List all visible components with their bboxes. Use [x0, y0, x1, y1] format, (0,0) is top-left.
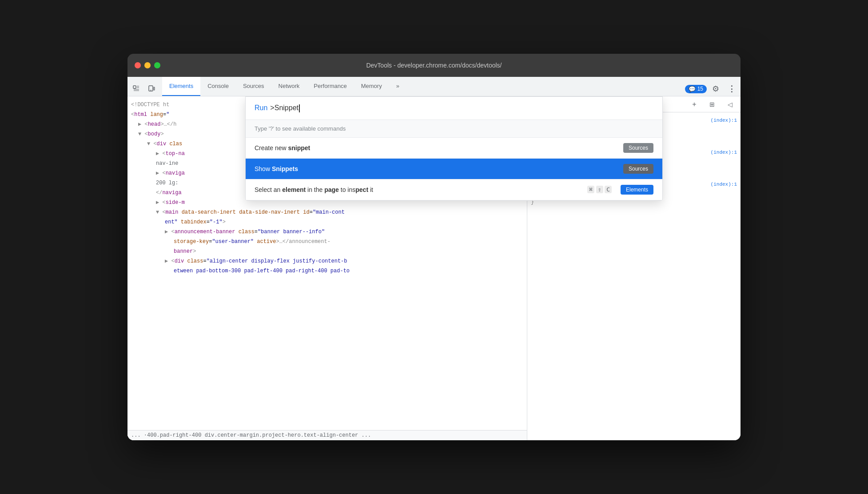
command-item-label: Show Snippets — [255, 165, 298, 172]
title-bar: DevTools - developer.chrome.com/docs/dev… — [127, 54, 741, 77]
notification-badge[interactable]: 💬 15 — [685, 85, 707, 93]
dom-line: storage-key="user-banner" active>…</anno… — [129, 237, 525, 247]
notification-count: 15 — [697, 86, 703, 92]
style-source[interactable]: (index):1 — [711, 116, 737, 125]
device-button[interactable] — [144, 82, 159, 96]
command-hint: Type '?' to see available commands — [246, 120, 662, 138]
tab-elements[interactable]: Elements — [162, 77, 200, 96]
style-source[interactable]: (index):1 — [711, 180, 737, 189]
more-options-button[interactable]: ⋮ — [725, 82, 739, 96]
command-item-show-snippets[interactable]: Show Snippets Sources — [246, 159, 662, 179]
dom-line: ▼ <main data-search-inert data-side-nav-… — [129, 207, 525, 217]
dom-line: ▶ <div class="align-center display-flex … — [129, 256, 525, 266]
style-source[interactable]: (index):1 — [711, 148, 737, 157]
svg-rect-2 — [154, 87, 155, 90]
tab-more[interactable]: » — [389, 77, 406, 96]
inspect-button[interactable] — [129, 82, 143, 96]
command-run-label[interactable]: Run — [255, 104, 267, 112]
command-input-text: >Snippet — [270, 104, 300, 112]
main-content: <!DOCTYPE ht <html lang=" ▶ <head>…</h ▼… — [127, 96, 741, 440]
devtools-window: DevTools - developer.chrome.com/docs/dev… — [127, 54, 741, 440]
command-cursor — [299, 104, 300, 112]
dom-line: banner> — [129, 247, 525, 256]
close-button[interactable] — [135, 62, 141, 68]
tab-memory[interactable]: Memory — [354, 77, 389, 96]
traffic-lights — [135, 62, 160, 68]
toolbar-right: 💬 15 ⚙ ⋮ — [685, 82, 739, 96]
command-item-create-snippet[interactable]: Create new snippet Sources — [246, 138, 662, 159]
tab-bar: Elements Console Sources Network Perform… — [127, 77, 741, 96]
breadcrumb: ... ·400.pad-right-400 div.center-margin… — [127, 430, 527, 440]
command-badge-sources[interactable]: Sources — [623, 143, 653, 153]
chat-icon: 💬 — [689, 86, 696, 92]
toolbar-left — [129, 82, 159, 96]
maximize-button[interactable] — [154, 62, 160, 68]
devtools-panel: Elements Console Sources Network Perform… — [127, 77, 741, 440]
command-item-shortcut: ⌘ ⇧ C — [587, 186, 612, 193]
dom-line: ent" tabindex="-1"> — [129, 217, 525, 227]
command-item-label: Create new snippet — [255, 144, 310, 151]
settings-button[interactable]: ⚙ — [709, 82, 723, 96]
main-tabs: Elements Console Sources Network Perform… — [162, 77, 685, 96]
dom-line: ▶ <announcement-banner class="banner ban… — [129, 227, 525, 237]
minimize-button[interactable] — [144, 62, 151, 68]
tab-console[interactable]: Console — [200, 77, 236, 96]
tab-network[interactable]: Network — [271, 77, 307, 96]
command-item-label: Select an element in the page to inspect… — [255, 186, 373, 193]
svg-rect-0 — [133, 86, 136, 88]
command-badge-sources-selected[interactable]: Sources — [623, 164, 653, 174]
command-palette: Run >Snippet Type '?' to see available c… — [245, 96, 663, 201]
tab-performance[interactable]: Performance — [307, 77, 354, 96]
command-badge-elements[interactable]: Elements — [621, 185, 653, 195]
command-item-select-element[interactable]: Select an element in the page to inspect… — [246, 179, 662, 200]
back-button[interactable]: ◁ — [723, 97, 737, 112]
add-rule-button[interactable]: + — [687, 97, 701, 112]
window-title: DevTools - developer.chrome.com/docs/dev… — [366, 62, 502, 69]
command-input-row: Run >Snippet — [246, 97, 662, 120]
tab-sources[interactable]: Sources — [236, 77, 271, 96]
dom-line: etween pad-bottom-300 pad-left-400 pad-r… — [129, 266, 525, 276]
toggle-button[interactable]: ⊞ — [705, 97, 719, 112]
